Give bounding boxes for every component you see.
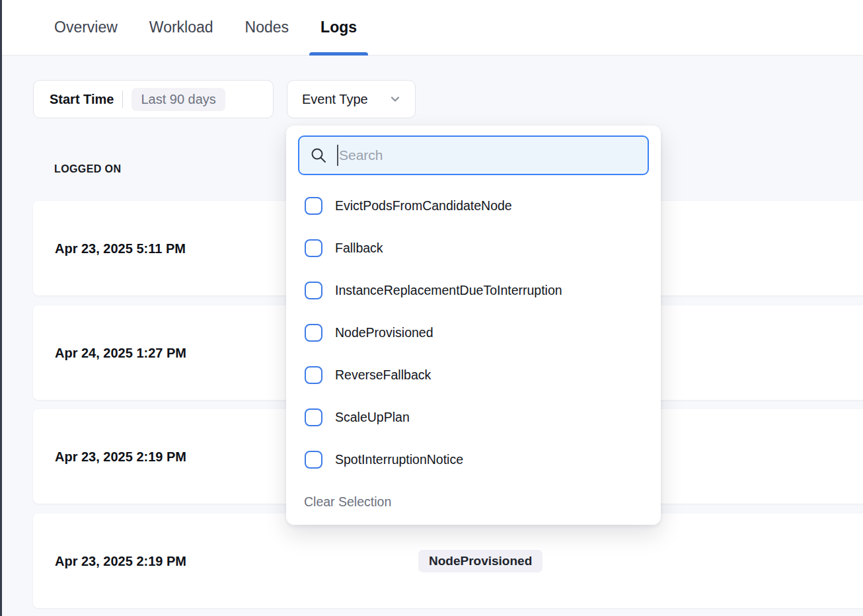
option-reversefallback[interactable]: ReverseFallback: [286, 354, 661, 396]
event-type-badge: NodeProvisioned: [418, 550, 543, 572]
logged-on-value: Apr 23, 2025 2:19 PM: [55, 449, 186, 464]
tab-nodes[interactable]: Nodes: [245, 0, 289, 56]
checkbox-unchecked[interactable]: [305, 408, 322, 426]
option-evictpodsfromcandidatenode[interactable]: EvictPodsFromCandidateNode: [286, 184, 661, 227]
logs-page: Overview Workload Nodes Logs Start Time …: [0, 0, 863, 616]
tab-workload[interactable]: Workload: [149, 0, 213, 56]
option-label: EvictPodsFromCandidateNode: [335, 198, 512, 213]
start-time-label: Start Time: [50, 92, 114, 107]
option-label: SpotInterruptionNotice: [335, 452, 463, 467]
logged-on-value: Apr 23, 2025 2:19 PM: [55, 553, 186, 568]
event-type-options-list: EvictPodsFromCandidateNode Fallback Inst…: [286, 184, 661, 481]
option-spotinterruptionnotice[interactable]: SpotInterruptionNotice: [286, 438, 661, 481]
option-label: ScaleUpPlan: [335, 410, 410, 425]
option-label: NodeProvisioned: [335, 325, 433, 340]
event-type-label: Event Type: [302, 92, 368, 107]
option-instancereplacementduetointerruption[interactable]: InstanceReplacementDueToInterruption: [286, 269, 661, 311]
logged-on-column-header: LOGGED ON: [54, 163, 121, 175]
dropdown-search-box[interactable]: [298, 135, 649, 175]
start-time-value-pill: Last 90 days: [131, 88, 225, 111]
checkbox-unchecked[interactable]: [305, 239, 322, 257]
filter-divider: [122, 91, 123, 108]
dropdown-search-input[interactable]: [339, 147, 638, 163]
search-icon: [310, 147, 327, 164]
checkbox-unchecked[interactable]: [305, 197, 322, 215]
option-scaleupplan[interactable]: ScaleUpPlan: [286, 396, 661, 438]
checkbox-unchecked[interactable]: [305, 366, 322, 384]
checkbox-unchecked[interactable]: [305, 324, 322, 342]
event-type-filter-button[interactable]: Event Type: [287, 80, 416, 118]
left-panel-edge: [0, 0, 2, 616]
logged-on-value: Apr 24, 2025 1:27 PM: [55, 345, 186, 360]
tab-overview[interactable]: Overview: [54, 0, 118, 56]
chevron-down-icon: [390, 94, 400, 104]
tab-bar: Overview Workload Nodes Logs: [0, 0, 863, 56]
option-label: ReverseFallback: [335, 367, 431, 383]
tab-logs[interactable]: Logs: [320, 0, 357, 56]
checkbox-unchecked[interactable]: [305, 282, 322, 299]
option-nodeprovisioned[interactable]: NodeProvisioned: [286, 311, 661, 354]
option-fallback[interactable]: Fallback: [286, 227, 661, 269]
checkbox-unchecked[interactable]: [305, 451, 322, 469]
option-label: InstanceReplacementDueToInterruption: [335, 283, 562, 298]
text-cursor: [337, 145, 338, 166]
logged-on-value: Apr 23, 2025 5:11 PM: [55, 241, 186, 256]
clear-selection-button[interactable]: Clear Selection: [304, 488, 391, 515]
event-type-dropdown-panel: EvictPodsFromCandidateNode Fallback Inst…: [286, 126, 661, 525]
log-row[interactable]: Apr 23, 2025 2:19 PM NodeProvisioned: [33, 514, 863, 608]
option-label: Fallback: [335, 241, 383, 256]
start-time-filter-button[interactable]: Start Time Last 90 days: [33, 80, 274, 118]
